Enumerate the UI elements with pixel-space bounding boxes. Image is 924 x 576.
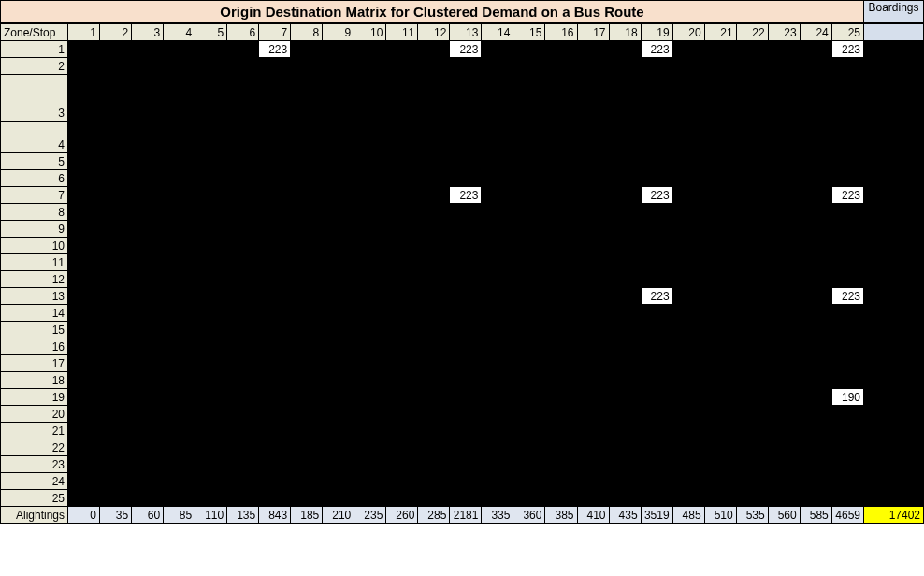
col-header: 15 xyxy=(513,24,545,41)
matrix-cell xyxy=(323,288,354,305)
matrix-cell: 223 xyxy=(831,41,863,58)
matrix-cell xyxy=(259,322,291,338)
matrix-cell xyxy=(323,58,354,75)
matrix-cell xyxy=(577,423,609,439)
matrix-cell xyxy=(418,187,450,204)
matrix-cell xyxy=(259,170,291,187)
matrix-cell xyxy=(831,254,863,271)
matrix-row: 19190 xyxy=(1,389,924,406)
col-header: 6 xyxy=(227,24,259,41)
matrix-cell xyxy=(68,170,100,187)
matrix-cell xyxy=(323,423,354,439)
matrix-cell xyxy=(641,204,672,221)
matrix-cell xyxy=(545,170,577,187)
matrix-cell xyxy=(195,187,227,204)
matrix-cell xyxy=(768,221,800,238)
matrix-cell xyxy=(132,372,164,389)
matrix-cell xyxy=(545,456,577,473)
matrix-cell xyxy=(800,153,831,170)
matrix-cell xyxy=(736,372,768,389)
matrix-cell xyxy=(545,153,577,170)
matrix-cell xyxy=(132,221,164,238)
matrix-cell xyxy=(482,75,513,122)
matrix-cell xyxy=(800,406,831,423)
matrix-cell xyxy=(577,58,609,75)
matrix-cell xyxy=(354,322,386,338)
matrix-cell xyxy=(386,322,418,338)
matrix-cell xyxy=(768,406,800,423)
matrix-cell xyxy=(227,75,259,122)
matrix-cell xyxy=(736,389,768,406)
matrix-cell xyxy=(545,238,577,254)
matrix-cell xyxy=(291,204,323,221)
matrix-cell xyxy=(132,187,164,204)
matrix-cell xyxy=(831,153,863,170)
matrix-row: 15 xyxy=(1,322,924,338)
matrix-cell xyxy=(482,288,513,305)
matrix-cell xyxy=(736,439,768,456)
col-header: 18 xyxy=(609,24,641,41)
matrix-cell xyxy=(386,221,418,238)
matrix-cell xyxy=(259,355,291,372)
matrix-cell xyxy=(545,204,577,221)
matrix-cell xyxy=(513,288,545,305)
matrix-cell xyxy=(100,187,132,204)
matrix-cell xyxy=(291,153,323,170)
matrix-cell xyxy=(354,490,386,507)
matrix-cell xyxy=(323,254,354,271)
matrix-cell xyxy=(291,305,323,322)
matrix-cell xyxy=(482,338,513,355)
matrix-cell xyxy=(354,473,386,490)
matrix-cell xyxy=(195,58,227,75)
matrix-cell xyxy=(513,355,545,372)
matrix-cell xyxy=(736,406,768,423)
matrix-cell xyxy=(609,389,641,406)
matrix-cell xyxy=(609,490,641,507)
matrix-cell xyxy=(386,238,418,254)
matrix-cell xyxy=(577,322,609,338)
matrix-cell xyxy=(259,389,291,406)
alightings-cell: 110 xyxy=(195,507,227,524)
matrix-cell xyxy=(100,473,132,490)
matrix-cell xyxy=(609,122,641,153)
matrix-cell xyxy=(323,204,354,221)
matrix-cell xyxy=(831,221,863,238)
matrix-cell: 223 xyxy=(259,41,291,58)
grand-total-boardings: 17402 xyxy=(864,507,924,524)
matrix-cell xyxy=(100,221,132,238)
matrix-cell xyxy=(259,372,291,389)
matrix-cell xyxy=(450,355,482,372)
matrix-cell xyxy=(545,221,577,238)
matrix-cell xyxy=(132,473,164,490)
col-header: 5 xyxy=(195,24,227,41)
matrix-cell xyxy=(291,288,323,305)
matrix-cell xyxy=(609,288,641,305)
matrix-row: 24 xyxy=(1,473,924,490)
matrix-cell xyxy=(672,322,704,338)
matrix-cell xyxy=(227,406,259,423)
matrix-cell xyxy=(736,170,768,187)
matrix-cell xyxy=(768,271,800,288)
matrix-cell xyxy=(354,254,386,271)
matrix-cell xyxy=(482,238,513,254)
matrix-cell xyxy=(227,187,259,204)
matrix-cell xyxy=(609,406,641,423)
alightings-label: Alightings xyxy=(1,507,68,524)
matrix-cell xyxy=(100,305,132,322)
row-header: 11 xyxy=(1,254,68,271)
matrix-cell xyxy=(513,406,545,423)
matrix-cell xyxy=(800,75,831,122)
matrix-cell xyxy=(132,204,164,221)
matrix-cell xyxy=(323,490,354,507)
matrix-cell xyxy=(609,305,641,322)
row-header: 1 xyxy=(1,41,68,58)
matrix-row: 2 xyxy=(1,58,924,75)
matrix-cell xyxy=(195,238,227,254)
matrix-cell xyxy=(227,254,259,271)
matrix-cell xyxy=(132,305,164,322)
matrix-cell xyxy=(259,288,291,305)
matrix-cell xyxy=(545,473,577,490)
matrix-cell xyxy=(736,338,768,355)
matrix-cell xyxy=(418,204,450,221)
matrix-cell xyxy=(545,389,577,406)
